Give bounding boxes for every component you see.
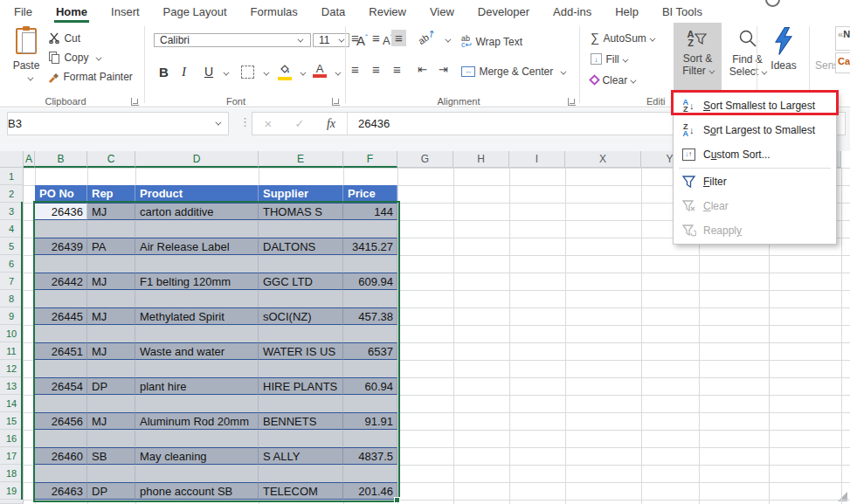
table-cell[interactable]: carton additive — [135, 203, 259, 220]
table-cell[interactable]: MJ — [87, 412, 135, 430]
table-gap-cell[interactable] — [135, 325, 259, 342]
table-gap-cell[interactable] — [87, 325, 135, 342]
table-cell[interactable]: 91.91 — [343, 412, 397, 430]
table-gap-cell[interactable] — [35, 255, 87, 273]
table-gap-cell[interactable] — [343, 360, 397, 377]
table-gap-cell[interactable] — [343, 290, 397, 307]
table-cell[interactable]: phone account SB — [135, 482, 259, 500]
row-header-8[interactable]: 8 — [0, 290, 24, 307]
tab-help[interactable]: Help — [615, 0, 639, 23]
row-header-10[interactable]: 10 — [0, 325, 24, 342]
top-align-button[interactable]: ≡ — [351, 31, 359, 45]
table-cell[interactable]: 26456 — [35, 412, 87, 430]
table-gap-cell[interactable] — [87, 430, 135, 447]
menu-item-sort-smallest-to-largest[interactable]: AZ↓Sort Smallest to Largest — [674, 93, 836, 118]
table-gap-cell[interactable] — [343, 220, 397, 238]
table-gap-cell[interactable] — [35, 430, 87, 447]
font-color-dropdown-chevron[interactable] — [335, 70, 341, 76]
table-cell[interactable]: DP — [87, 482, 135, 500]
table-gap-cell[interactable] — [135, 290, 259, 307]
table-cell[interactable]: 26442 — [35, 273, 87, 290]
table-gap-cell[interactable] — [35, 395, 87, 412]
menu-item-sort-largest-to-smallest[interactable]: ZA↓Sort Largest to Smallest — [674, 118, 836, 142]
table-header-cell[interactable]: Product — [135, 185, 259, 203]
table-cell[interactable]: 609.94 — [343, 273, 397, 290]
table-cell[interactable]: 26445 — [35, 307, 87, 325]
table-cell[interactable]: Methylated Spirit — [135, 307, 259, 325]
align-center-button[interactable]: ≡ — [372, 63, 380, 76]
table-cell[interactable]: sOCI(NZ) — [259, 307, 343, 325]
table-header-cell[interactable]: PO No — [35, 185, 87, 203]
paste-button[interactable]: Paste — [7, 26, 45, 100]
tab-developer[interactable]: Developer — [478, 0, 529, 23]
fill-color-dropdown-chevron[interactable] — [300, 70, 306, 76]
table-gap-cell[interactable] — [259, 325, 343, 342]
row-header-17[interactable]: 17 — [0, 447, 24, 465]
wrap-text-button[interactable]: abc↩ Wrap Text — [461, 33, 522, 49]
borders-dropdown-chevron[interactable] — [263, 70, 269, 76]
table-gap-cell[interactable] — [87, 360, 135, 377]
row-header-1[interactable]: 1 — [0, 168, 24, 185]
underline-dropdown-chevron[interactable] — [223, 70, 229, 76]
tab-review[interactable]: Review — [369, 0, 406, 23]
table-cell[interactable]: Air Release Label — [135, 238, 259, 255]
table-cell[interactable]: MJ — [87, 342, 135, 360]
table-gap-cell[interactable] — [135, 255, 259, 273]
italic-button[interactable]: I — [182, 65, 186, 79]
table-cell[interactable]: 6537 — [343, 342, 397, 360]
row-header-20[interactable] — [0, 500, 24, 504]
column-header-A[interactable]: A — [24, 151, 35, 168]
column-header-B[interactable]: B — [35, 151, 87, 168]
orientation-dropdown-chevron[interactable] — [445, 37, 451, 43]
table-gap-cell[interactable] — [35, 325, 87, 342]
row-header-7[interactable]: 7 — [0, 273, 24, 290]
table-cell[interactable]: Aluminum Rod 20mm — [135, 412, 259, 430]
row-header-6[interactable]: 6 — [0, 255, 24, 273]
tab-page-layout[interactable]: Page Layout — [163, 0, 227, 23]
formula-bar-dots[interactable]: ⋮ — [239, 115, 251, 128]
table-gap-cell[interactable] — [135, 220, 259, 238]
row-header-3[interactable]: 3 — [0, 203, 24, 220]
ideas-button[interactable]: Ideas — [762, 26, 805, 100]
table-cell[interactable]: DALTONS — [259, 238, 343, 255]
table-gap-cell[interactable] — [259, 290, 343, 307]
table-gap-cell[interactable] — [135, 395, 259, 412]
table-header-cell[interactable]: Rep — [87, 185, 135, 203]
row-header-12[interactable]: 12 — [0, 360, 24, 377]
column-header-H[interactable]: H — [453, 151, 509, 168]
table-gap-cell[interactable] — [259, 465, 343, 482]
row-header-4[interactable]: 4 — [0, 220, 24, 238]
tab-home[interactable]: Home — [56, 0, 87, 23]
table-gap-cell[interactable] — [87, 220, 135, 238]
table-cell[interactable]: S ALLY — [259, 447, 343, 465]
table-cell[interactable]: MJ — [87, 273, 135, 290]
table-gap-cell[interactable] — [35, 360, 87, 377]
table-gap-cell[interactable] — [87, 465, 135, 482]
table-gap-cell[interactable] — [259, 395, 343, 412]
clipboard-dialog-launcher[interactable] — [131, 98, 139, 106]
table-cell[interactable]: 26439 — [35, 238, 87, 255]
table-cell[interactable]: GGC LTD — [259, 273, 343, 290]
bottom-align-button[interactable]: ≡ — [391, 30, 406, 46]
table-gap-cell[interactable] — [35, 465, 87, 482]
clear-button[interactable]: Clear — [591, 72, 634, 87]
autosum-button[interactable]: ∑ AutoSum — [591, 30, 653, 45]
table-gap-cell[interactable] — [135, 465, 259, 482]
cancel-icon[interactable]: × — [252, 116, 284, 131]
underline-button[interactable]: U — [204, 65, 213, 79]
table-gap-cell[interactable] — [259, 255, 343, 273]
middle-align-button[interactable]: ≡ — [372, 31, 380, 45]
enter-icon[interactable]: ✓ — [284, 117, 315, 130]
table-cell[interactable]: 26454 — [35, 377, 87, 395]
table-gap-cell[interactable] — [259, 360, 343, 377]
table-cell[interactable]: WATER IS US — [259, 342, 343, 360]
table-gap-cell[interactable] — [35, 220, 87, 238]
column-header-X[interactable]: X — [565, 151, 641, 168]
table-header-cell[interactable]: Price — [343, 185, 397, 203]
decrease-indent-button[interactable]: ⇤ — [418, 63, 427, 76]
table-gap-cell[interactable] — [87, 395, 135, 412]
borders-button[interactable] — [241, 66, 254, 79]
tab-bi-tools[interactable]: BI Tools — [662, 0, 702, 23]
column-header-F[interactable]: F — [343, 151, 397, 168]
name-box[interactable]: B3 — [7, 112, 229, 135]
